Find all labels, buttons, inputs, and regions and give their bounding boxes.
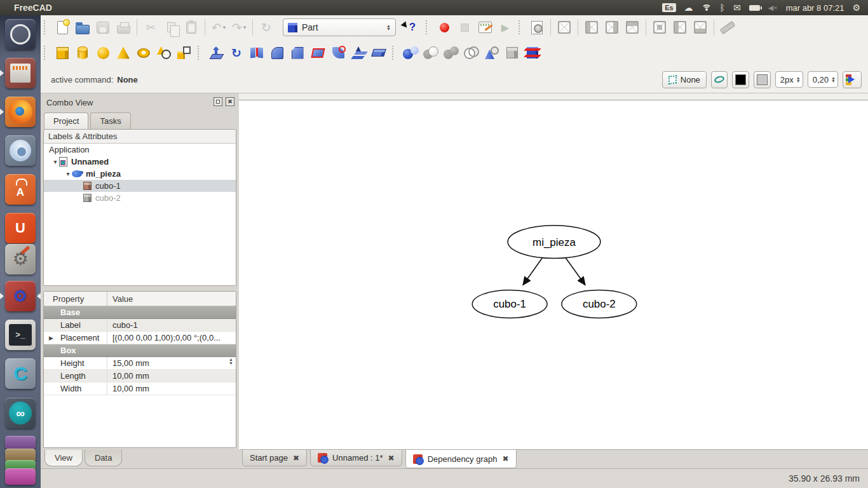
expander-icon[interactable]: ▾ xyxy=(51,158,59,165)
dependency-graph-canvas[interactable]: mi_pieza cubo-1 cubo-2 xyxy=(239,100,868,449)
part-offset-button[interactable] xyxy=(369,43,388,62)
property-row-label[interactable]: Label cubo-1 xyxy=(44,319,236,332)
face-color-button[interactable] xyxy=(754,71,771,88)
toolbar-grip[interactable] xyxy=(519,20,522,34)
line-width-spinner[interactable]: ▲▼ xyxy=(796,76,801,83)
tab-tasks[interactable]: Tasks xyxy=(90,112,130,129)
part-revolve-button[interactable]: ↻ xyxy=(227,43,246,62)
spin-down-icon[interactable]: ▼ xyxy=(229,362,233,365)
view-front-button[interactable] xyxy=(582,18,601,37)
part-box-button[interactable] xyxy=(53,43,72,62)
line-width-spinbox[interactable]: 2px▲▼ xyxy=(775,71,803,88)
tree-root-application[interactable]: Application xyxy=(44,144,236,156)
toolbar-grip[interactable] xyxy=(44,46,48,60)
tab-data[interactable]: Data xyxy=(85,450,122,466)
float-panel-button[interactable] xyxy=(214,97,222,106)
expander-icon[interactable]: ▾ xyxy=(64,170,72,177)
measure-button[interactable] xyxy=(718,18,737,37)
refresh-button[interactable]: ↻ xyxy=(257,18,276,37)
part-check-geometry-button[interactable] xyxy=(482,43,501,62)
macro-record-button[interactable] xyxy=(435,18,454,37)
mail-icon[interactable]: ✉ xyxy=(733,3,741,12)
part-extrude-button[interactable] xyxy=(207,43,226,62)
close-tab-icon[interactable]: ✖ xyxy=(293,454,299,463)
redo-button[interactable]: ↷▾ xyxy=(229,18,248,37)
close-tab-icon[interactable]: ✖ xyxy=(502,454,508,463)
toolbar-grip[interactable] xyxy=(44,20,48,34)
macro-edit-button[interactable] xyxy=(475,18,494,37)
freecad-dock-icon[interactable]: ⚙ xyxy=(5,281,36,311)
property-value[interactable]: [(0,00 0,00 1,00);0,00 °;(0,0... xyxy=(107,332,236,344)
macro-stop-button[interactable] xyxy=(455,18,474,37)
view-bottom-button[interactable] xyxy=(691,18,710,37)
toolbar-grip[interactable] xyxy=(426,20,430,34)
part-cylinder-button[interactable] xyxy=(73,43,92,62)
tab-dependency-graph[interactable]: Dependency graph ✖ xyxy=(405,450,517,468)
property-column-header[interactable]: Property xyxy=(44,292,107,306)
property-row-width[interactable]: Width 10,00 mm xyxy=(44,383,236,395)
open-button[interactable] xyxy=(73,18,92,37)
part-chamfer-button[interactable] xyxy=(288,43,307,62)
battery-icon[interactable] xyxy=(749,5,760,11)
terminal-icon[interactable]: >_ xyxy=(5,320,36,350)
tab-project[interactable]: Project xyxy=(44,112,88,129)
session-gear-icon[interactable]: ⚙ xyxy=(852,3,860,12)
property-row-length[interactable]: Length 10,00 mm xyxy=(44,370,236,383)
property-value[interactable]: 15,00 mm ▲▼ xyxy=(107,357,236,369)
tab-view[interactable]: View xyxy=(44,450,83,466)
tree-node-mi_pieza[interactable]: ▾ mi_pieza xyxy=(44,168,236,180)
part-defeaturing-button[interactable] xyxy=(503,43,522,62)
deviation-spinbox[interactable]: 0,20▲▼ xyxy=(808,71,838,88)
part-shape-builder-button[interactable] xyxy=(175,43,194,62)
part-loft-button[interactable] xyxy=(349,43,368,62)
part-sweep-button[interactable] xyxy=(329,43,348,62)
view-top-button[interactable] xyxy=(623,18,642,37)
expander-icon[interactable]: ▶ xyxy=(49,335,53,341)
view-left-button[interactable] xyxy=(670,18,689,37)
save-button[interactable] xyxy=(93,18,112,37)
toolbar-grip[interactable] xyxy=(198,46,201,60)
part-mirror-button[interactable] xyxy=(247,43,266,62)
deviation-spinner[interactable]: ▲▼ xyxy=(831,76,836,83)
property-row-height[interactable]: Height 15,00 mm ▲▼ xyxy=(44,357,236,370)
property-group-box[interactable]: Box xyxy=(44,344,236,357)
paste-button[interactable] xyxy=(182,18,201,37)
part-torus-button[interactable] xyxy=(134,43,153,62)
tree-node-unnamed[interactable]: ▾ Unnamed xyxy=(44,156,236,168)
part-primitives-button[interactable] xyxy=(154,43,173,62)
stacked-app-icon[interactable] xyxy=(5,436,36,449)
toolbar-grip[interactable] xyxy=(392,46,396,60)
view-right-button[interactable] xyxy=(602,18,621,37)
system-settings-icon[interactable]: ⚙ xyxy=(5,244,36,274)
undo-button[interactable]: ↶▾ xyxy=(209,18,228,37)
spin-down-icon[interactable]: ▼ xyxy=(796,79,801,83)
selection-mode-button[interactable]: None xyxy=(662,71,707,88)
view-rear-button[interactable] xyxy=(650,18,669,37)
part-cut-button[interactable] xyxy=(421,43,440,62)
arduino-icon[interactable]: ∞ xyxy=(5,398,36,428)
part-cone-button[interactable] xyxy=(114,43,133,62)
spin-down-icon[interactable]: ▼ xyxy=(386,27,391,30)
property-value[interactable]: 10,00 mm xyxy=(107,383,236,395)
tree-node-cubo-2[interactable]: cubo-2 xyxy=(44,192,236,204)
cut-button[interactable]: ✂ xyxy=(141,18,160,37)
spin-down-icon[interactable]: ▼ xyxy=(831,79,836,83)
chromium-icon[interactable] xyxy=(5,135,36,166)
part-union-button[interactable] xyxy=(442,43,461,62)
close-tab-icon[interactable]: ✖ xyxy=(388,454,395,463)
part-cross-sections-button[interactable] xyxy=(523,43,542,62)
line-color-button[interactable] xyxy=(732,71,749,88)
close-panel-button[interactable]: ✖ xyxy=(226,97,234,106)
property-value[interactable]: 10,00 mm xyxy=(107,370,236,382)
whats-this-button[interactable]: ? xyxy=(403,18,422,37)
ubuntu-one-icon[interactable]: U xyxy=(5,213,36,243)
tree-node-cubo-1[interactable]: cubo-1 xyxy=(44,180,236,192)
macro-play-button[interactable]: ▶ xyxy=(496,18,515,37)
wifi-icon[interactable] xyxy=(702,4,712,11)
part-fillet-button[interactable] xyxy=(268,43,287,62)
volume-muted-icon[interactable]: ◀× xyxy=(768,4,778,12)
workbench-spinner[interactable]: ▲▼ xyxy=(386,24,391,31)
file-manager-icon[interactable] xyxy=(5,58,36,88)
apply-appearance-button[interactable] xyxy=(843,71,862,88)
software-center-icon[interactable]: A xyxy=(5,174,36,205)
